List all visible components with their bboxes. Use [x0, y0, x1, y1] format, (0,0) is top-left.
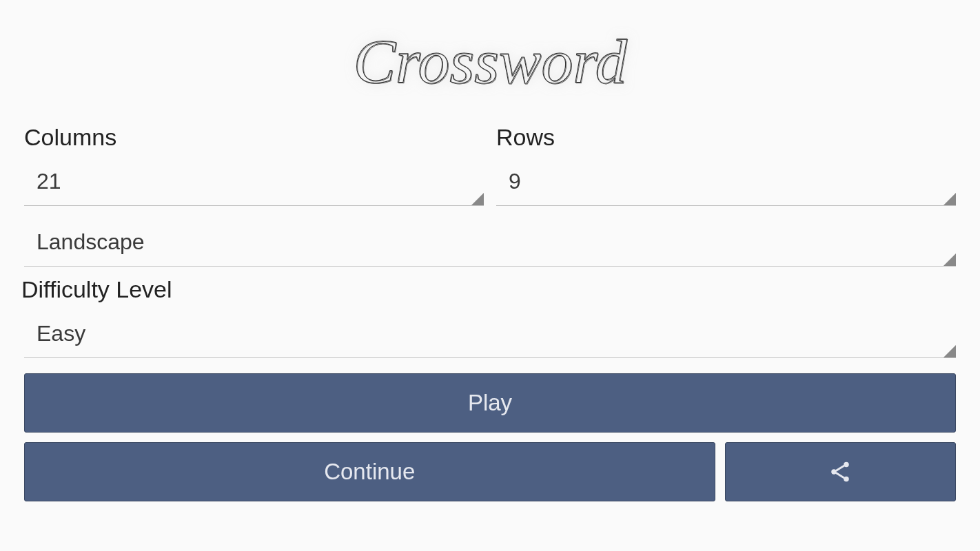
share-button[interactable] — [725, 442, 957, 501]
continue-button[interactable]: Continue — [24, 442, 715, 501]
difficulty-spinner[interactable]: Easy — [24, 310, 956, 358]
difficulty-label: Difficulty Level — [21, 276, 956, 303]
svg-line-5 — [836, 466, 844, 471]
rows-label: Rows — [496, 124, 956, 151]
dropdown-arrow-icon — [471, 193, 484, 205]
orientation-spinner[interactable]: Landscape — [24, 218, 956, 267]
play-button[interactable]: Play — [24, 373, 956, 433]
dropdown-arrow-icon — [943, 193, 956, 205]
columns-label: Columns — [24, 124, 484, 151]
dropdown-arrow-icon — [943, 253, 956, 266]
dropdown-arrow-icon — [943, 345, 956, 357]
columns-value: 21 — [37, 169, 61, 194]
share-icon — [828, 459, 853, 484]
settings-form: Columns 21 Rows 9 Landscape Difficulty L… — [0, 124, 980, 551]
svg-line-6 — [836, 473, 844, 479]
orientation-value: Landscape — [37, 229, 145, 254]
rows-spinner[interactable]: 9 — [496, 158, 956, 206]
rows-value: 9 — [509, 169, 521, 194]
svg-text:Crossword: Crossword — [354, 27, 628, 97]
title-area: Crossword Crossword — [0, 0, 980, 124]
columns-spinner[interactable]: 21 — [24, 158, 484, 206]
app-title-logo: Crossword Crossword — [297, 7, 683, 117]
columns-field-group: Columns 21 — [24, 124, 484, 206]
difficulty-value: Easy — [37, 321, 85, 346]
rows-field-group: Rows 9 — [496, 124, 956, 206]
